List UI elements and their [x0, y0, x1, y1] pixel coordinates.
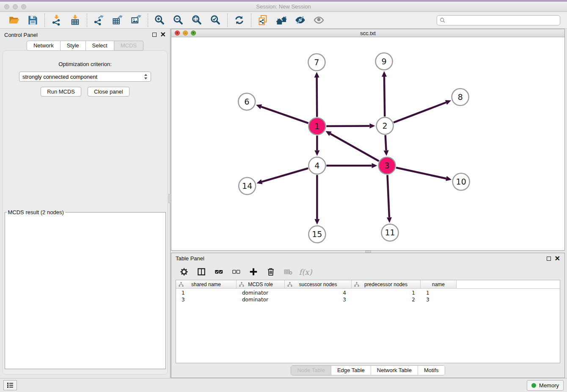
column-header-name[interactable]: name — [421, 280, 457, 288]
edge-1-7[interactable] — [317, 78, 317, 117]
import-table-icon[interactable] — [69, 14, 81, 26]
zoom-selected-icon[interactable] — [209, 14, 222, 26]
close-table-panel-icon[interactable]: ✕ — [555, 257, 560, 261]
table-tabs: Node TableEdge TableNetwork TableMotifs — [291, 365, 445, 375]
tab-network-table[interactable]: Network Table — [371, 366, 418, 375]
horizontal-splitter[interactable] — [171, 251, 565, 253]
tab-node-table[interactable]: Node Table — [291, 366, 331, 375]
edge-arrowhead — [314, 72, 319, 78]
cell-predecessor-nodes: 2 — [352, 297, 421, 304]
refresh-icon[interactable] — [233, 14, 245, 26]
node-1[interactable]: 1 — [308, 118, 325, 135]
node-7[interactable]: 7 — [308, 54, 325, 71]
network-close-button[interactable]: × — [175, 30, 180, 36]
cell-predecessor-nodes: 1 — [352, 290, 421, 297]
task-history-button[interactable] — [3, 380, 17, 390]
column-header-shared-name[interactable]: shared name — [176, 280, 237, 288]
node-8[interactable]: 8 — [452, 89, 469, 106]
node-6[interactable]: 6 — [238, 94, 255, 110]
home-icon[interactable] — [275, 14, 288, 26]
svg-text:15: 15 — [312, 230, 322, 239]
edge-1-6[interactable] — [261, 107, 308, 124]
list-icon — [6, 381, 14, 389]
table-toolbar: f(x) — [171, 264, 564, 280]
edge-2-8[interactable] — [394, 102, 446, 122]
close-panel-button[interactable]: Close panel — [88, 87, 129, 97]
column-header-predecessor-nodes[interactable]: predecessor nodes — [352, 280, 421, 288]
tab-select[interactable]: Select — [86, 41, 114, 51]
mcds-result-text: 1 3 — [5, 215, 160, 216]
add-row-icon[interactable] — [248, 267, 259, 277]
settings-gear-icon[interactable] — [179, 267, 189, 277]
node-11[interactable]: 11 — [382, 224, 399, 241]
table-row[interactable]: 3dominator323 — [176, 297, 560, 304]
float-panel-icon[interactable] — [152, 33, 157, 37]
deselect-all-icon[interactable] — [231, 267, 241, 277]
column-layout-icon[interactable] — [196, 267, 206, 277]
tab-mcds[interactable]: MCDS — [114, 41, 143, 51]
eye-slash-icon[interactable] — [294, 14, 306, 26]
edge-1-2[interactable] — [326, 126, 369, 127]
eye-icon[interactable] — [313, 14, 325, 26]
zoom-fit-icon[interactable] — [191, 14, 203, 26]
svg-text:2: 2 — [382, 121, 387, 131]
tab-edge-table[interactable]: Edge Table — [331, 366, 371, 375]
edge-2-9[interactable] — [384, 77, 385, 117]
search-icon — [440, 17, 446, 23]
node-2[interactable]: 2 — [377, 118, 394, 135]
run-mcds-button[interactable]: Run MCDS — [41, 87, 81, 97]
node-15[interactable]: 15 — [308, 226, 325, 243]
node-9[interactable]: 9 — [376, 53, 393, 70]
criterion-dropdown[interactable]: strongly connected component — [19, 72, 151, 82]
table-body[interactable]: 1dominator4113dominator323 — [176, 289, 560, 363]
tab-style[interactable]: Style — [61, 41, 86, 51]
node-table: shared nameMCDS rolesuccessor nodesprede… — [176, 280, 560, 363]
import-network-icon[interactable] — [50, 14, 63, 26]
export-table-icon[interactable] — [111, 14, 124, 26]
tab-network[interactable]: Network — [27, 41, 61, 51]
column-header-successor-nodes[interactable]: successor nodes — [285, 280, 352, 288]
function-builder-icon[interactable]: f(x) — [300, 267, 311, 277]
network-maximize-button[interactable]: + — [191, 30, 196, 36]
network-canvas[interactable]: 7968124314101511 — [171, 37, 564, 250]
tab-motifs[interactable]: Motifs — [418, 366, 445, 375]
optimization-criterion-label: Optimization criterion: — [58, 61, 112, 67]
zoom-in-icon[interactable] — [154, 14, 166, 26]
export-image-icon[interactable] — [130, 14, 142, 26]
edge-3-11[interactable] — [388, 175, 389, 218]
svg-text:10: 10 — [456, 177, 466, 187]
float-table-panel-icon[interactable] — [547, 257, 551, 261]
open-folder-icon[interactable] — [8, 14, 20, 26]
node-3[interactable]: 3 — [379, 157, 396, 174]
column-header-MCDS-role[interactable]: MCDS role — [237, 280, 285, 288]
cell-name: 1 — [421, 290, 457, 297]
memory-status-dot — [531, 383, 536, 388]
edge-arrowhead — [314, 219, 319, 225]
delete-row-icon[interactable] — [266, 267, 276, 277]
search-input[interactable] — [447, 17, 557, 23]
close-panel-icon[interactable]: ✕ — [160, 33, 166, 37]
memory-button[interactable]: Memory — [527, 380, 564, 391]
main-toolbar — [0, 12, 567, 29]
table-row[interactable]: 1dominator411 — [176, 290, 560, 297]
memory-label: Memory — [539, 382, 559, 389]
control-panel-title: Control Panel — [4, 32, 38, 38]
zoom-out-icon[interactable] — [172, 14, 184, 26]
delete-table-icon[interactable] — [283, 267, 293, 277]
network-minimize-button[interactable]: − — [183, 30, 188, 36]
export-network-icon[interactable] — [93, 14, 105, 26]
splitter-grip[interactable] — [365, 251, 371, 253]
edge-3-10[interactable] — [396, 168, 446, 179]
svg-text:6: 6 — [244, 97, 249, 107]
clone-network-icon[interactable] — [257, 14, 269, 26]
edge-3-1[interactable] — [330, 134, 379, 161]
panel-splitter-grip[interactable] — [168, 194, 171, 203]
edge-4-14[interactable] — [262, 168, 308, 182]
save-icon[interactable] — [27, 14, 39, 26]
select-all-icon[interactable] — [214, 267, 224, 277]
edge-2-3[interactable] — [385, 135, 386, 151]
node-14[interactable]: 14 — [239, 178, 256, 195]
node-10[interactable]: 10 — [453, 174, 470, 190]
cell-shared-name: 3 — [176, 297, 237, 304]
node-4[interactable]: 4 — [308, 157, 325, 174]
